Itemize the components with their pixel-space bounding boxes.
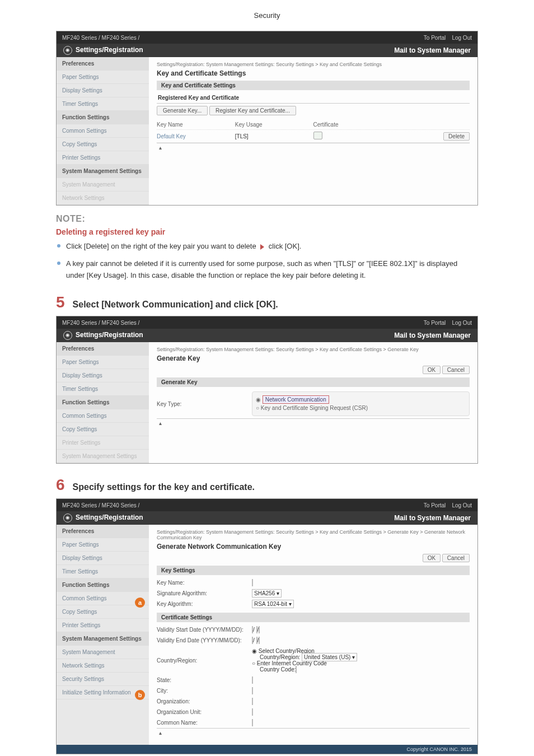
key-alg-label: Key Algorithm: [157, 601, 252, 607]
log-out-link[interactable]: Log Out [452, 502, 472, 508]
network-communication-option[interactable]: Network Communication [263, 395, 329, 404]
country-region-sel-label: Country/Region: [260, 654, 300, 660]
sidebar-printer-settings[interactable]: Printer Settings [57, 619, 149, 632]
sidebar-function-settings: Function Settings [57, 578, 149, 592]
sidebar-network-settings[interactable]: Network Settings [57, 192, 149, 205]
mail-to-sysmgr-link[interactable]: Mail to System Manager [394, 332, 471, 339]
log-out-link[interactable]: Log Out [452, 320, 472, 326]
cancel-button[interactable]: Cancel [442, 554, 470, 562]
validity-end-label: Validity End Date (YYYY/MM/DD): [157, 637, 252, 643]
org-input[interactable] [252, 698, 253, 705]
to-portal-link[interactable]: To Portal [424, 320, 446, 326]
sidebar-system-management[interactable]: System Management [57, 178, 149, 192]
screenshot-generate-network-key: MF240 Series / MF240 Series / To Portal … [56, 498, 478, 754]
step-6-text: Specify settings for the key and certifi… [73, 482, 255, 492]
mail-to-sysmgr-link[interactable]: Mail to System Manager [394, 46, 471, 54]
sidebar-security-settings[interactable]: Security Settings [57, 673, 149, 686]
sig-alg-select[interactable]: SHA256 ▾ [252, 589, 282, 598]
radio-enter-code[interactable]: ○ [252, 660, 257, 666]
radio-select-country[interactable]: ◉ [252, 648, 259, 654]
collapse-toggle[interactable]: ▴ [157, 143, 470, 152]
sig-alg-label: Signature Algorithm: [157, 590, 252, 596]
sidebar-timer-settings[interactable]: Timer Settings [57, 382, 149, 396]
sidebar-copy-settings[interactable]: Copy Settings [57, 138, 149, 151]
key-alg-select[interactable]: RSA 1024-bit ▾ [252, 600, 294, 608]
validity-end-m[interactable] [256, 637, 257, 644]
country-code-input[interactable] [296, 666, 297, 673]
cancel-button[interactable]: Cancel [442, 366, 470, 374]
sidebar-common-settings[interactable]: Common Settings [57, 124, 149, 138]
note-subheading: Deleting a registered key pair [56, 227, 478, 236]
note-bullet-2: A key pair cannot be deleted if it is cu… [56, 258, 478, 282]
screenshot-generate-key: MF240 Series / MF240 Series / To Portal … [56, 316, 478, 464]
sidebar-timer-settings[interactable]: Timer Settings [57, 565, 149, 578]
sidebar-display-settings[interactable]: Display Settings [57, 369, 149, 382]
sidebar-printer-settings[interactable]: Printer Settings [57, 151, 149, 165]
sidebar-timer-settings[interactable]: Timer Settings [57, 97, 149, 111]
radio-network-comm[interactable]: ◉ [256, 396, 263, 403]
validity-start-d[interactable] [259, 626, 260, 633]
validity-end-y[interactable] [252, 637, 253, 644]
collapse-toggle[interactable]: ▴ [157, 418, 470, 427]
note-bullet-1: Click [Delete] on the right of the key p… [56, 241, 478, 253]
sidebar-display-settings[interactable]: Display Settings [57, 84, 149, 97]
generate-key-button[interactable]: Generate Key... [157, 106, 208, 115]
orgunit-input[interactable] [252, 708, 253, 716]
col-key-usage: Key Usage [235, 122, 313, 128]
radio-csr[interactable]: ○ [256, 405, 261, 411]
city-label: City: [157, 688, 252, 694]
key-type-label: Key Type: [157, 401, 252, 407]
row-key-usage: [TLS] [235, 133, 313, 139]
city-input[interactable] [252, 687, 253, 694]
key-name-label: Key Name: [157, 580, 252, 586]
sidebar-paper-settings[interactable]: Paper Settings [57, 71, 149, 84]
key-name-input[interactable] [252, 579, 253, 586]
common-name-label: Common Name: [157, 720, 252, 726]
delete-button[interactable]: Delete [443, 132, 470, 141]
sidebar-printer-settings[interactable]: Printer Settings [57, 436, 149, 450]
sidebar-common-settings[interactable]: Common Settings [57, 409, 149, 423]
sidebar-copy-settings[interactable]: Copy Settings [57, 605, 149, 619]
to-portal-link[interactable]: To Portal [424, 35, 446, 41]
breadcrumb: Settings/Registration: System Management… [157, 347, 470, 352]
sidebar-system-management[interactable]: System Management [57, 646, 149, 659]
breadcrumb: Settings/Registration: System Management… [157, 529, 470, 540]
sidebar-display-settings[interactable]: Display Settings [57, 552, 149, 565]
org-label: Organization: [157, 698, 252, 704]
sidebar-preferences: Preferences [57, 525, 149, 538]
sidebar-copy-settings[interactable]: Copy Settings [57, 423, 149, 436]
subhead: Generate Key [157, 377, 470, 387]
settings-registration-title: Settings/Registration [76, 514, 143, 521]
sidebar-paper-settings[interactable]: Paper Settings [57, 356, 149, 369]
sidebar-paper-settings[interactable]: Paper Settings [57, 538, 149, 552]
row-key-name[interactable]: Default Key [157, 133, 235, 139]
state-input[interactable] [252, 676, 253, 684]
series-label: MF240 Series / MF240 Series / [62, 35, 139, 41]
step-5-number: 5 [56, 295, 65, 310]
to-portal-link[interactable]: To Portal [424, 502, 446, 508]
main-title: Generate Network Communication Key [157, 543, 470, 550]
register-key-cert-button[interactable]: Register Key and Certificate... [209, 106, 296, 115]
sidebar-network-settings[interactable]: Network Settings [57, 659, 149, 673]
col-certificate: Certificate [313, 122, 392, 128]
arrow-icon [260, 244, 264, 250]
sidebar-sysmgmt-settings: System Management Settings [57, 165, 149, 178]
certificate-icon[interactable] [313, 132, 322, 139]
ok-button[interactable]: OK [423, 554, 441, 562]
validity-end-d[interactable] [259, 637, 260, 644]
screenshot-key-cert-settings: MF240 Series / MF240 Series / To Portal … [56, 31, 478, 206]
country-code-label: Country Code: [260, 666, 296, 673]
validity-start-y[interactable] [252, 626, 253, 633]
common-name-input[interactable] [252, 719, 253, 726]
validity-start-m[interactable] [256, 626, 257, 633]
collapse-toggle[interactable]: ▴ [157, 728, 470, 737]
ok-button[interactable]: OK [423, 366, 441, 374]
sidebar-preferences: Preferences [57, 57, 149, 71]
gear-icon: ✳ [63, 514, 72, 522]
log-out-link[interactable]: Log Out [452, 35, 472, 41]
gear-icon: ✳ [63, 46, 72, 55]
csr-option[interactable]: Key and Certificate Signing Request (CSR… [261, 405, 368, 411]
mail-to-sysmgr-link[interactable]: Mail to System Manager [394, 514, 471, 522]
state-label: State: [157, 677, 252, 683]
country-region-label: Country/Region: [157, 657, 252, 664]
